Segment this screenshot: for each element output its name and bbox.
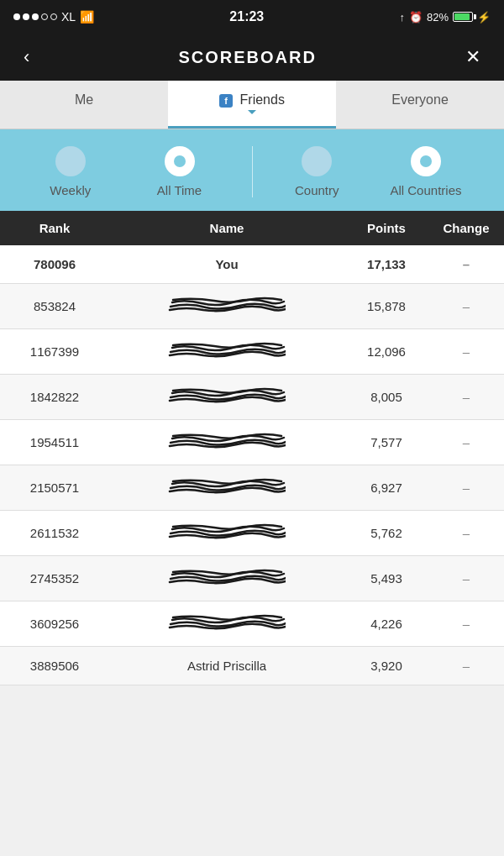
cell-rank: 2150571	[0, 481, 109, 495]
table-row: 18428228,005–	[0, 375, 504, 420]
tab-bar: Me f Friends Everyone	[0, 81, 504, 129]
cell-points: 6,927	[344, 481, 428, 495]
alarm-icon: ⏰	[409, 11, 423, 24]
cell-points: 8,005	[344, 390, 428, 404]
cell-name	[109, 523, 344, 544]
cell-change: –	[428, 659, 504, 673]
cell-rank: 1842822	[0, 390, 109, 404]
redacted-name	[168, 386, 286, 405]
table-row: 85382415,878–	[0, 284, 504, 329]
dot-3	[32, 13, 39, 20]
filter-country-label: Country	[295, 183, 339, 197]
cell-change: –	[428, 617, 504, 631]
cell-name	[109, 613, 344, 634]
dot-5	[50, 13, 57, 20]
col-change: Change	[428, 221, 504, 235]
tab-friends[interactable]: f Friends	[168, 81, 336, 129]
table-row: 21505716,927–	[0, 465, 504, 511]
redacted-name	[168, 432, 286, 450]
cell-rank: 2745352	[0, 571, 109, 586]
col-points: Points	[344, 221, 428, 235]
battery-percent: 82%	[427, 11, 449, 24]
table-header: Rank Name Points Change	[0, 211, 504, 245]
status-time: 21:23	[229, 9, 264, 24]
table-row: 36092564,226–	[0, 601, 504, 647]
cell-rank: 1167399	[0, 344, 109, 359]
filter-allcountries-label: All Countries	[390, 183, 461, 197]
cell-rank: 3889506	[0, 659, 109, 673]
col-name: Name	[109, 221, 344, 235]
cell-change: –	[428, 481, 504, 495]
table-row: 780096You17,133–	[0, 245, 504, 284]
cell-points: 4,226	[344, 617, 428, 631]
cell-change: –	[428, 390, 504, 404]
col-rank: Rank	[0, 221, 109, 235]
cell-rank: 780096	[0, 257, 109, 271]
back-button[interactable]: ‹	[17, 46, 36, 68]
filter-country[interactable]: Country	[295, 146, 339, 197]
dot-1	[13, 13, 20, 20]
cell-change: –	[428, 344, 504, 359]
filter-allcountries-radio[interactable]	[411, 146, 441, 176]
redacted-name	[168, 477, 286, 496]
tab-friends-label: Friends	[240, 92, 285, 107]
battery-icon	[453, 12, 473, 22]
filter-weekly[interactable]: Weekly	[50, 146, 91, 197]
page-title: SCOREBOARD	[178, 48, 316, 67]
filter-weekly-radio[interactable]	[55, 146, 86, 176]
redacted-name	[168, 296, 286, 314]
wifi-icon: 📶	[80, 10, 94, 24]
redacted-name	[168, 613, 286, 632]
table-row: 116739912,096–	[0, 329, 504, 375]
cell-points: 3,920	[344, 659, 428, 673]
cell-rank: 853824	[0, 299, 109, 313]
cell-change: –	[428, 299, 504, 313]
table-row: 27453525,493–	[0, 556, 504, 601]
cell-points: 7,577	[344, 435, 428, 449]
redacted-name	[168, 341, 286, 360]
tab-everyone[interactable]: Everyone	[336, 81, 504, 129]
signal-dots	[13, 13, 57, 20]
battery-fill	[454, 13, 470, 20]
tab-me-label: Me	[75, 92, 93, 107]
filter-allcountries[interactable]: All Countries	[390, 146, 461, 197]
region-filter-group: Country All Countries	[252, 146, 505, 197]
cell-rank: 2611532	[0, 526, 109, 540]
filter-alltime-radio[interactable]	[165, 146, 195, 176]
cell-name	[109, 568, 344, 589]
friends-icon: f	[219, 94, 233, 108]
charge-icon: ⚡	[477, 11, 491, 24]
header: ‹ SCOREBOARD ✕	[0, 34, 504, 81]
cell-change: –	[428, 526, 504, 540]
status-right: ↑ ⏰ 82% ⚡	[399, 11, 491, 24]
location-icon: ↑	[399, 11, 405, 24]
cell-rank: 3609256	[0, 617, 109, 631]
filter-area: Weekly All Time Country All Countries	[0, 129, 504, 211]
cell-points: 12,096	[344, 344, 428, 359]
cell-name: You	[109, 257, 344, 271]
table-body: 780096You17,133–85382415,878–116739912,0…	[0, 245, 504, 685]
tab-me[interactable]: Me	[0, 81, 168, 129]
table-row: 3889506Astrid Priscilla3,920–	[0, 647, 504, 685]
table-row: 26115325,762–	[0, 511, 504, 556]
filter-country-radio[interactable]	[302, 146, 332, 176]
redacted-name	[168, 523, 286, 541]
cell-points: 5,762	[344, 526, 428, 540]
dot-2	[23, 13, 29, 20]
cell-points: 15,878	[344, 299, 428, 313]
cell-name: Astrid Priscilla	[109, 659, 344, 673]
cell-change: –	[428, 435, 504, 449]
filter-alltime-label: All Time	[157, 183, 202, 197]
cell-name	[109, 341, 344, 362]
cell-rank: 1954511	[0, 435, 109, 449]
tab-everyone-label: Everyone	[391, 92, 449, 107]
close-button[interactable]: ✕	[459, 46, 487, 68]
cell-points: 17,133	[344, 257, 428, 271]
filter-alltime[interactable]: All Time	[157, 146, 202, 197]
filter-weekly-label: Weekly	[50, 183, 91, 197]
cell-name	[109, 296, 344, 317]
cell-points: 5,493	[344, 571, 428, 586]
cell-name	[109, 477, 344, 498]
dot-4	[41, 13, 48, 20]
status-bar: XL 📶 21:23 ↑ ⏰ 82% ⚡	[0, 0, 504, 34]
